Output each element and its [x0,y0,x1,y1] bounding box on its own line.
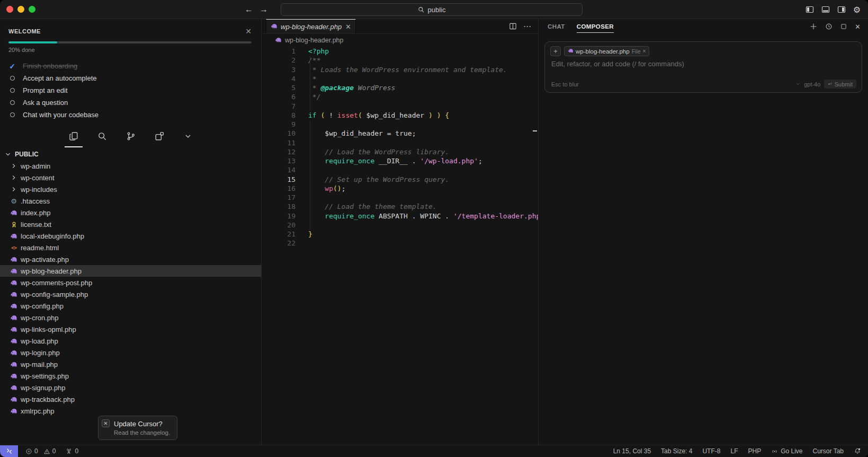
chevron-down-icon[interactable] [795,82,800,86]
tree-file-wp-links-opml.php[interactable]: wp-links-opml.php [0,323,261,335]
breadcrumb[interactable]: wp-blog-header.php [262,34,538,47]
maximize-icon[interactable] [840,23,847,30]
cursor-position[interactable]: Ln 15, Col 35 [613,447,651,455]
file-name: xmlrpc.php [21,407,55,415]
search-icon[interactable] [93,128,111,144]
eol[interactable]: LF [730,447,738,455]
progress-label: 20% done [8,47,252,53]
chevron-down-icon[interactable] [179,128,197,144]
settings-gear-icon[interactable]: ⚙ [853,5,861,15]
remote-indicator[interactable] [0,445,18,457]
toggle-sidebar-icon[interactable] [806,5,814,14]
command-center-search[interactable]: public [281,3,583,16]
tree-file-wp-login.php[interactable]: wp-login.php [0,347,261,358]
submit-button[interactable]: ↵ Submit [824,80,856,89]
sidebar: WELCOME ✕ 20% done ✓Finish onboardingAcc… [0,19,262,445]
files-icon[interactable] [65,128,83,144]
tree-file-readme.html[interactable]: <>readme.html [0,242,261,253]
tree-file-license.txt[interactable]: license.txt [0,218,261,230]
notifications-bell-icon[interactable] [854,447,861,455]
tree-file-local-xdebuginfo.php[interactable]: local-xdebuginfo.php [0,230,261,242]
file-context-chip[interactable]: wp-blog-header.php File × [564,46,649,56]
problems-indicator[interactable]: 0 0 [25,447,56,455]
welcome-checklist-item[interactable]: Accept an autocomplete [8,72,252,84]
php-icon [10,208,18,217]
circle-icon [8,88,16,93]
tree-file-.htaccess[interactable]: ⚙.htaccess [0,195,261,207]
welcome-close-icon[interactable]: ✕ [245,27,252,36]
history-icon[interactable] [825,23,833,30]
model-selector[interactable]: gpt-4o [804,81,820,87]
close-icon[interactable]: ✕ [855,23,861,31]
tree-folder-wp-includes[interactable]: wp-includes [0,183,261,195]
language-mode[interactable]: PHP [748,447,761,455]
file-name: wp-blog-header.php [21,267,82,275]
php-icon [10,313,18,322]
add-context-button[interactable]: + [550,46,561,56]
welcome-checklist-item[interactable]: Prompt an edit [8,84,252,96]
search-icon [418,6,425,13]
line-number: 8 [262,111,296,120]
tree-file-index.php[interactable]: index.php [0,207,261,218]
tree-file-wp-signup.php[interactable]: wp-signup.php [0,382,261,393]
tree-file-wp-activate.php[interactable]: wp-activate.php [0,253,261,265]
code-line: 12 // Load the WordPress library. [262,147,538,156]
php-icon [10,255,18,263]
chevron-right-icon [10,173,18,182]
tree-file-wp-cron.php[interactable]: wp-cron.php [0,312,261,323]
new-chat-icon[interactable] [810,23,817,30]
tree-file-wp-config-sample.php[interactable]: wp-config-sample.php [0,288,261,300]
php-icon [10,278,18,287]
chip-close-icon[interactable]: × [643,48,646,54]
submit-label: Submit [835,81,853,87]
back-icon[interactable]: ← [245,5,253,14]
tree-root-public[interactable]: PUBLIC [0,148,261,160]
file-name: wp-includes [21,186,57,194]
forward-icon[interactable]: → [259,5,268,14]
welcome-checklist-item[interactable]: Chat with your codebase [8,109,252,121]
toggle-secondary-sidebar-icon[interactable] [837,5,846,14]
file-name: wp-login.php [21,349,60,357]
toggle-panel-icon[interactable] [821,5,830,14]
split-editor-icon[interactable] [509,22,517,30]
welcome-checklist-item[interactable]: Ask a question [8,96,252,109]
welcome-title: WELCOME [8,28,41,34]
tree-file-wp-settings.php[interactable]: wp-settings.php [0,370,261,382]
tab-size[interactable]: Tab Size: 4 [661,447,692,455]
go-live[interactable]: Go Live [771,447,802,455]
ports-indicator[interactable]: 0 [65,447,78,455]
php-icon [10,407,18,415]
php-icon [10,267,18,275]
tab-wp-blog-header[interactable]: wp-blog-header.php ✕ [266,19,356,33]
tab-composer[interactable]: COMPOSER [577,19,614,34]
tree-folder-wp-admin[interactable]: wp-admin [0,160,261,172]
close-window-button[interactable] [6,6,13,13]
file-name: license.txt [21,221,51,228]
tree-file-wp-blog-header.php[interactable]: wp-blog-header.php [0,265,261,277]
tree-file-wp-config.php[interactable]: wp-config.php [0,300,261,312]
zoom-window-button[interactable] [29,6,35,13]
tree-file-wp-comments-post.php[interactable]: wp-comments-post.php [0,277,261,288]
tab-close-icon[interactable]: ✕ [345,23,351,31]
code-area[interactable]: 1<?php2/**3 * Loads the WordPress enviro… [262,47,538,248]
toast-changelog-link[interactable]: Read the changelog. [114,429,170,436]
more-actions-icon[interactable]: ⋯ [523,22,532,31]
tree-file-wp-trackback.php[interactable]: wp-trackback.php [0,393,261,405]
toast-close-icon[interactable]: ✕ [102,419,110,427]
tree-file-xmlrpc.php[interactable]: xmlrpc.php [0,405,261,417]
remote-icon [6,447,13,455]
minimize-window-button[interactable] [17,6,24,13]
tree-file-wp-mail.php[interactable]: wp-mail.php [0,358,261,370]
chip-kind-label: File [632,48,641,55]
source-control-icon[interactable] [122,128,140,144]
composer-input[interactable] [551,60,848,68]
cursor-tab[interactable]: Cursor Tab [813,447,844,455]
welcome-checklist-item[interactable]: ✓Finish onboarding [8,60,252,72]
tree-file-wp-load.php[interactable]: wp-load.php [0,335,261,347]
extensions-icon[interactable] [150,128,168,144]
tab-chat[interactable]: CHAT [548,19,565,34]
encoding[interactable]: UTF-8 [702,447,720,455]
php-icon [10,383,18,392]
tree-folder-wp-content[interactable]: wp-content [0,172,261,183]
chat-panel: CHAT COMPOSER ✕ + wp-blog-header.php Fil… [538,19,868,445]
